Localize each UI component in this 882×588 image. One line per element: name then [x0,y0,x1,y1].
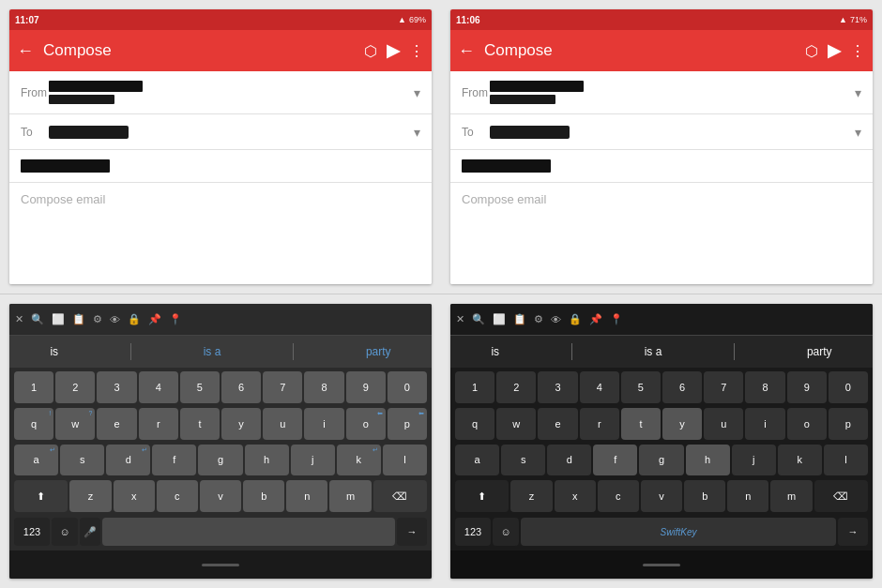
right-key-b[interactable]: b [684,480,725,512]
right-emoji-key[interactable]: ☺ [493,518,519,546]
left-num-key[interactable]: 123 [14,518,50,546]
left-key-s[interactable]: s [60,445,104,476]
right-key-m[interactable]: m [770,480,812,512]
left-suggestion-2[interactable]: is a [194,345,231,358]
left-key-j[interactable]: j [291,445,335,476]
left-key-o[interactable]: o⬅ [346,408,386,440]
right-key-3[interactable]: 3 [538,371,577,403]
right-kb-image-icon[interactable]: ⬜ [493,313,506,325]
left-key-0[interactable]: 0 [388,371,427,403]
right-key-f[interactable]: f [593,445,637,476]
left-key-w[interactable]: w? [55,408,95,440]
right-suggestion-2[interactable]: is a [635,345,672,358]
right-key-1[interactable]: 1 [455,371,494,403]
right-key-h[interactable]: h [686,445,730,476]
left-key-3[interactable]: 3 [97,371,136,403]
right-key-y[interactable]: y [662,408,702,440]
left-kb-close-icon[interactable]: ✕ [15,313,23,325]
right-key-u[interactable]: u [704,408,743,440]
left-key-e[interactable]: e [97,408,136,440]
left-more-icon[interactable]: ⋮ [409,42,424,60]
left-kb-settings-icon[interactable]: ⚙ [93,313,102,325]
right-kb-close-icon[interactable]: ✕ [456,313,464,325]
left-key-t[interactable]: t [180,408,220,440]
left-kb-clip-icon[interactable]: 📋 [72,313,85,325]
right-to-dropdown[interactable]: ▾ [855,125,861,140]
right-key-q[interactable]: q [455,408,494,440]
left-back-button[interactable]: ← [17,41,34,61]
right-shift-key[interactable]: ⬆ [455,480,509,512]
left-kb-search-icon[interactable]: 🔍 [31,313,44,325]
right-key-c[interactable]: c [598,480,639,512]
right-key-8[interactable]: 8 [745,371,784,403]
left-key-2[interactable]: 2 [55,371,95,403]
left-key-c[interactable]: c [157,480,198,512]
right-key-6[interactable]: 6 [662,371,702,403]
right-key-2[interactable]: 2 [496,371,536,403]
left-key-g[interactable]: g [198,445,242,476]
left-mic-key[interactable]: 🎤 [80,518,100,546]
right-suggestion-1[interactable]: is [481,345,509,358]
right-num-key[interactable]: 123 [455,518,491,546]
right-key-4[interactable]: 4 [580,371,619,403]
left-compose-placeholder[interactable]: Compose email [9,183,432,216]
right-key-t[interactable]: t [621,408,661,440]
left-key-5[interactable]: 5 [180,371,220,403]
left-delete-key[interactable]: ⌫ [373,480,427,512]
left-key-4[interactable]: 4 [139,371,178,403]
left-key-m[interactable]: m [329,480,371,512]
right-kb-eye-icon[interactable]: 👁 [551,314,561,325]
right-space-key[interactable]: SwiftKey [521,518,836,546]
right-key-r[interactable]: r [580,408,619,440]
left-key-u[interactable]: u [263,408,302,440]
left-kb-image-icon[interactable]: ⬜ [52,313,65,325]
right-attach-icon[interactable]: ⬡ [805,42,818,60]
right-kb-search-icon[interactable]: 🔍 [472,313,485,325]
right-kb-location-icon[interactable]: 📍 [610,313,623,325]
right-key-9[interactable]: 9 [787,371,827,403]
right-key-z[interactable]: z [510,480,552,512]
left-key-z[interactable]: z [69,480,111,512]
left-key-i[interactable]: i [304,408,343,440]
left-kb-pin-icon[interactable]: 📌 [148,313,161,325]
left-key-8[interactable]: 8 [304,371,343,403]
right-key-p[interactable]: p [829,408,868,440]
right-key-i[interactable]: i [745,408,784,440]
left-key-a[interactable]: a↵ [14,445,58,476]
right-key-g[interactable]: g [639,445,683,476]
left-key-1[interactable]: 1 [14,371,53,403]
left-key-l[interactable]: l [383,445,427,476]
left-shift-key[interactable]: ⬆ [14,480,68,512]
left-space-key[interactable] [102,518,395,546]
right-key-5[interactable]: 5 [621,371,661,403]
right-compose-placeholder[interactable]: Compose email [450,183,873,216]
left-suggestion-3[interactable]: party [357,345,401,358]
left-key-v[interactable]: v [200,480,241,512]
right-key-d[interactable]: d [547,445,591,476]
right-key-a[interactable]: a [455,445,499,476]
right-suggestion-3[interactable]: party [798,345,842,358]
right-key-o[interactable]: o [787,408,827,440]
right-key-7[interactable]: 7 [704,371,743,403]
left-attach-icon[interactable]: ⬡ [364,42,377,60]
right-key-0[interactable]: 0 [829,371,868,403]
left-suggestion-1[interactable]: is [40,345,68,358]
left-kb-eye-icon[interactable]: 👁 [110,314,120,325]
right-back-button[interactable]: ← [458,41,475,61]
left-arrow-key[interactable]: → [397,518,427,546]
right-key-w[interactable]: w [496,408,536,440]
right-kb-pin-icon[interactable]: 📌 [589,313,602,325]
right-key-e[interactable]: e [538,408,577,440]
left-key-f[interactable]: f [152,445,196,476]
right-key-v[interactable]: v [641,480,682,512]
left-send-button[interactable]: ▶ [387,40,400,61]
left-key-x[interactable]: x [114,480,155,512]
left-key-7[interactable]: 7 [263,371,302,403]
right-key-l[interactable]: l [824,445,868,476]
left-key-r[interactable]: r [139,408,178,440]
right-key-k[interactable]: k [778,445,822,476]
left-key-y[interactable]: y [221,408,261,440]
right-delete-key[interactable]: ⌫ [814,480,868,512]
left-kb-location-icon[interactable]: 📍 [169,313,182,325]
right-key-x[interactable]: x [555,480,596,512]
